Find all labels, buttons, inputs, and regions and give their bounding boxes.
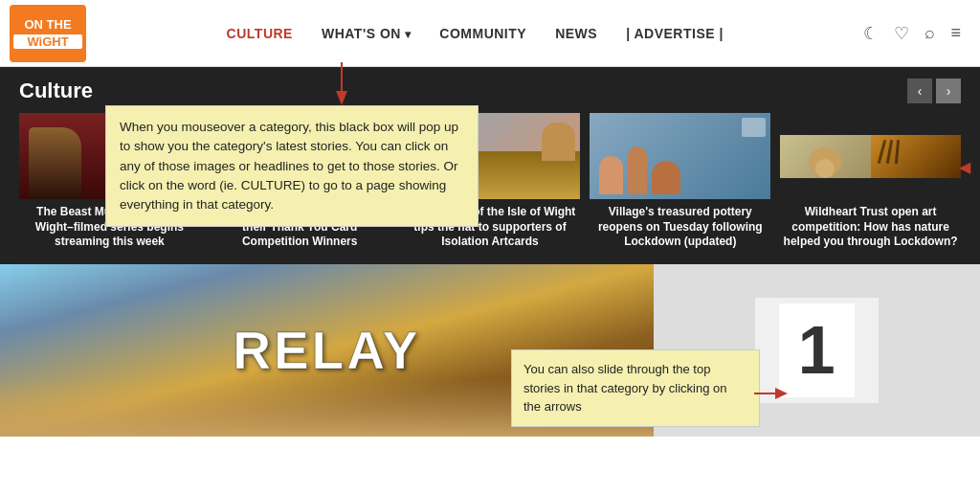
tooltip-popup: When you mouseover a category, this blac… <box>105 105 479 227</box>
nav-advertise[interactable]: | ADVERTISE | <box>626 26 724 41</box>
next-arrow[interactable]: › <box>936 79 961 103</box>
story-caption-5: Wildheart Trust open art competition: Ho… <box>780 205 961 250</box>
tooltip-text: When you mouseover a category, this blac… <box>120 120 458 212</box>
logo-text-top: ON THE <box>24 17 71 33</box>
nav-community[interactable]: COMMUNITY <box>439 26 526 41</box>
story-thumb-4 <box>590 113 770 199</box>
user-icon[interactable]: ♡ <box>894 23 909 44</box>
slide-arrows: ‹ › <box>907 79 961 103</box>
number-one: 1 <box>779 303 855 397</box>
culture-header: Culture ‹ › <box>19 79 961 103</box>
main-nav: CULTURE WHAT'S ON COMMUNITY NEWS | ADVER… <box>86 26 863 41</box>
site-logo[interactable]: ON THE WiGHT <box>10 5 86 62</box>
tooltip-arrows: You can also slide through the top stori… <box>511 349 760 427</box>
moon-icon[interactable]: ☾ <box>863 23 879 44</box>
header-icons: ☾ ♡ ⌕ ≡ <box>863 23 961 44</box>
relay-text: RELAY <box>233 320 420 381</box>
story-item-4[interactable]: Village's treasured pottery reopens on T… <box>590 113 770 250</box>
search-icon[interactable]: ⌕ <box>924 23 935 43</box>
nav-news[interactable]: NEWS <box>555 26 597 41</box>
story-item-5[interactable]: Wildheart Trust open art competition: Ho… <box>780 113 961 250</box>
story-caption-4: Village's treasured pottery reopens on T… <box>590 205 770 250</box>
culture-title[interactable]: Culture <box>19 79 93 103</box>
bottom-section: RELAY 1 You can also slide through the t… <box>0 264 980 437</box>
culture-section: Culture ‹ › When you mouseover a categor… <box>0 67 980 264</box>
nav-whats-on[interactable]: WHAT'S ON <box>322 26 411 41</box>
tooltip-arrows-text: You can also slide through the top stori… <box>523 362 726 414</box>
story-thumb-5 <box>780 113 961 199</box>
logo-text-bottom: WiGHT <box>13 34 82 49</box>
nav-culture[interactable]: CULTURE <box>227 26 293 41</box>
header: ON THE WiGHT CULTURE WHAT'S ON COMMUNITY… <box>0 0 980 67</box>
prev-arrow[interactable]: ‹ <box>907 79 932 103</box>
menu-icon[interactable]: ≡ <box>950 23 961 43</box>
